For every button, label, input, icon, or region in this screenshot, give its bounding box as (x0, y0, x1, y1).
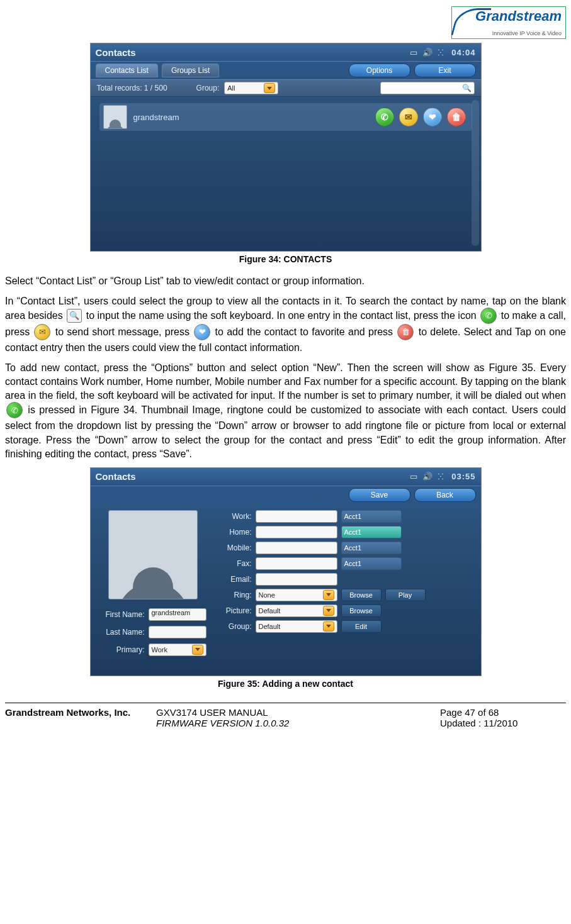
footer-manual: GXV3174 USER MANUAL (156, 707, 440, 718)
work-label: Work: (218, 512, 252, 521)
signal-icon: ⵘ (438, 48, 444, 57)
chevron-down-icon (323, 590, 334, 600)
chevron-down-icon (323, 621, 334, 632)
picture-browse-button[interactable]: Browse (341, 604, 382, 617)
ring-dropdown[interactable]: None (256, 589, 337, 601)
ring-label: Ring: (218, 591, 252, 599)
last-name-label: Last Name: (99, 628, 145, 637)
first-name-input[interactable]: grandstream (149, 608, 206, 621)
app-title: Contacts (96, 47, 410, 58)
chevron-down-icon (323, 606, 334, 616)
first-name-label: First Name: (99, 610, 145, 619)
group-dropdown-value: All (227, 84, 235, 92)
picture-dropdown[interactable]: Default (256, 604, 337, 617)
exit-button[interactable]: Exit (414, 64, 476, 77)
email-input[interactable] (256, 573, 337, 586)
home-label: Home: (218, 528, 252, 537)
home-account-dropdown[interactable]: Acct1 (341, 526, 402, 538)
logo-brand: Grandstream (475, 8, 562, 25)
back-button[interactable]: Back (414, 488, 476, 502)
group-dropdown[interactable]: Default (256, 620, 337, 633)
search-icon: 🔍 (67, 309, 82, 323)
avatar-large-icon[interactable] (108, 510, 198, 599)
primary-value: Work (152, 646, 167, 654)
mobile-label: Mobile: (218, 543, 252, 552)
contact-name: grandstream (133, 113, 369, 122)
logo-tagline: Innovative IP Voice & Video (492, 30, 562, 36)
delete-icon[interactable]: 🗑 (447, 108, 466, 126)
ring-browse-button[interactable]: Browse (341, 589, 382, 601)
footer-company: Grandstream Networks, Inc. (5, 707, 156, 718)
network-icon: ▭ (410, 472, 417, 481)
work-input[interactable] (256, 510, 337, 523)
figure-34: Contacts ▭ 🔊 ⵘ 04:04 Contacts List Group… (90, 43, 482, 252)
message-icon: ✉ (34, 324, 50, 340)
clock: 03:55 (451, 472, 475, 481)
search-icon: 🔍 (462, 84, 472, 92)
footer-firmware: FIRMWARE VERSION 1.0.0.32 (156, 718, 440, 728)
scrollbar[interactable] (472, 100, 479, 246)
sound-icon: 🔊 (422, 48, 432, 57)
call-icon[interactable]: ✆ (375, 108, 394, 126)
figure-35: Contacts ▭ 🔊 ⵘ 03:55 Save Back First Nam… (90, 467, 482, 676)
avatar-icon (103, 105, 127, 129)
last-name-input[interactable] (149, 626, 206, 638)
fax-input[interactable] (256, 557, 337, 570)
footer-page: Page 47 of 68 (440, 707, 566, 718)
message-icon[interactable]: ✉ (399, 108, 418, 126)
group-edit-button[interactable]: Edit (341, 620, 382, 633)
contact-row[interactable]: grandstream ✆ ✉ ❤ 🗑 (99, 103, 472, 131)
favorite-icon[interactable]: ❤ (423, 108, 442, 126)
mobile-account-dropdown[interactable]: Acct1 (341, 542, 402, 554)
fax-account-dropdown[interactable]: Acct1 (341, 557, 402, 570)
paragraph-3: To add new contact, press the “Options” … (5, 361, 566, 460)
group-dropdown[interactable]: All (224, 82, 278, 94)
favorite-icon: ❤ (194, 324, 210, 340)
delete-icon: 🗑 (397, 324, 414, 340)
chevron-down-icon (264, 83, 275, 93)
primary-label: Primary: (99, 645, 145, 654)
fax-label: Fax: (218, 559, 252, 568)
status-bar: ▭ 🔊 ⵘ 03:55 (410, 472, 475, 481)
footer-divider (5, 703, 566, 703)
footer-updated: Updated : 11/2010 (440, 718, 566, 728)
sound-icon: 🔊 (422, 472, 432, 481)
paragraph-2: In “Contact List”, users could select th… (5, 294, 566, 355)
call-icon: ✆ (480, 308, 497, 324)
call-icon: ✆ (6, 402, 23, 418)
group-label: Group: (196, 84, 220, 92)
figure-35-caption: Figure 35: Adding a new contact (5, 679, 566, 689)
picture-label: Picture: (218, 606, 252, 615)
status-bar: ▭ 🔊 ⵘ 04:04 (410, 48, 475, 57)
paragraph-1: Select “Contact List” or “Group List” ta… (5, 274, 566, 288)
primary-dropdown[interactable]: Work (149, 643, 206, 656)
search-input[interactable]: 🔍 (380, 82, 475, 94)
signal-icon: ⵘ (438, 472, 444, 481)
group-label: Group: (218, 622, 252, 631)
ring-play-button[interactable]: Play (385, 589, 426, 601)
save-button[interactable]: Save (349, 488, 410, 502)
home-input[interactable] (256, 526, 337, 538)
work-account-dropdown[interactable]: Acct1 (341, 510, 402, 523)
tab-groups-list[interactable]: Groups List (162, 64, 219, 77)
app-title: Contacts (96, 471, 410, 482)
brand-logo: Grandstream Innovative IP Voice & Video (451, 6, 566, 39)
options-button[interactable]: Options (349, 64, 410, 77)
mobile-input[interactable] (256, 542, 337, 554)
clock: 04:04 (451, 48, 475, 57)
network-icon: ▭ (410, 48, 417, 57)
tab-contacts-list[interactable]: Contacts List (96, 64, 158, 77)
email-label: Email: (218, 575, 252, 584)
total-records-text: Total records: 1 / 500 (97, 84, 167, 92)
chevron-down-icon (192, 645, 203, 655)
